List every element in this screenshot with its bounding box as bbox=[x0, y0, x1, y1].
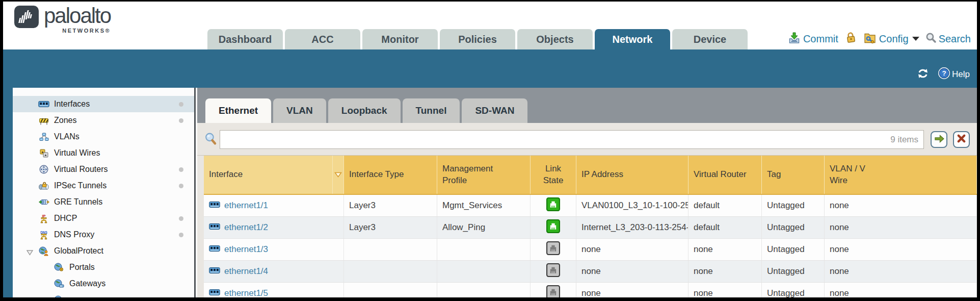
sidebar-item-virtual-routers[interactable]: Virtual Routers bbox=[13, 161, 194, 178]
tab-policies[interactable]: Policies bbox=[440, 29, 515, 49]
column-header-interface[interactable]: Interface bbox=[204, 156, 333, 194]
column-header-tag[interactable]: Tag bbox=[762, 156, 825, 194]
interface-icon bbox=[209, 200, 220, 211]
sidebar-item-globalprotect[interactable]: GlobalProtect bbox=[13, 243, 194, 259]
table-row[interactable]: ethernet1/3 none none Untagged none bbox=[204, 239, 977, 261]
sidebar-item-gre-tunnels[interactable]: GRE Tunnels bbox=[13, 194, 194, 210]
column-menu-button[interactable] bbox=[333, 156, 344, 194]
tab-monitor[interactable]: Monitor bbox=[362, 29, 438, 49]
cell-interface: ethernet1/1 bbox=[204, 195, 344, 216]
item-dot bbox=[179, 184, 183, 188]
cell-interface: ethernet1/4 bbox=[204, 261, 344, 282]
globe-icon bbox=[54, 295, 65, 297]
item-dot bbox=[179, 167, 183, 172]
sort-triangle-icon bbox=[334, 172, 342, 178]
table-row[interactable]: ethernet1/1 Layer3 Mgmt_Services VLAN010… bbox=[204, 195, 977, 217]
cell-link-state bbox=[531, 217, 576, 238]
refresh-icon[interactable] bbox=[917, 68, 929, 82]
sidebar-item-vlans[interactable]: VLANs bbox=[13, 129, 194, 145]
table-row[interactable]: ethernet1/4 none none Untagged none bbox=[204, 261, 977, 283]
interface-link[interactable]: ethernet1/1 bbox=[224, 200, 268, 211]
table-row[interactable]: ethernet1/2 Layer3 Allow_Ping Internet_L… bbox=[204, 217, 977, 239]
interface-type-tabs: Ethernet VLAN Loopback Tunnel SD-WAN bbox=[205, 98, 527, 123]
cell-vlan-wire: none bbox=[825, 239, 977, 260]
interfaces-icon bbox=[38, 99, 49, 109]
cell-virtual-router: none bbox=[688, 283, 762, 297]
tab-acc[interactable]: ACC bbox=[285, 29, 360, 49]
cell-tag: Untagged bbox=[762, 217, 825, 238]
sidebar-item-virtual-wires[interactable]: Virtual Wires bbox=[13, 145, 194, 161]
dns-proxy-icon: DNS bbox=[38, 230, 49, 239]
sidebar-item-clipped[interactable] bbox=[13, 292, 194, 297]
apply-filter-button[interactable] bbox=[931, 131, 947, 148]
table-header-row: Interface Interface Type Management Prof… bbox=[204, 156, 977, 195]
svg-text:DNS: DNS bbox=[40, 230, 47, 234]
cell-tag: Untagged bbox=[762, 195, 825, 216]
tab-objects[interactable]: Objects bbox=[517, 29, 593, 49]
column-header-management-profile[interactable]: Management Profile bbox=[437, 156, 531, 194]
sidebar-item-dhcp[interactable]: IP DHCP bbox=[13, 210, 194, 227]
filter-toolbar: 9 items bbox=[197, 123, 977, 156]
tab-device[interactable]: Device bbox=[672, 29, 748, 49]
tab-sdwan[interactable]: SD-WAN bbox=[462, 98, 527, 123]
gateways-icon bbox=[54, 279, 65, 288]
tab-dashboard[interactable]: Dashboard bbox=[207, 29, 283, 49]
commit-button[interactable]: Commit bbox=[788, 32, 838, 46]
column-header-interface-type[interactable]: Interface Type bbox=[344, 156, 437, 194]
tab-ethernet[interactable]: Ethernet bbox=[205, 98, 271, 123]
cell-vlan-wire: none bbox=[825, 217, 977, 238]
interface-link[interactable]: ethernet1/4 bbox=[224, 266, 268, 277]
collapse-triangle-icon[interactable] bbox=[27, 248, 33, 258]
tab-vlan[interactable]: VLAN bbox=[273, 98, 326, 123]
clear-filter-button[interactable] bbox=[953, 131, 970, 148]
column-header-link-state[interactable]: Link State bbox=[531, 156, 576, 194]
interface-icon bbox=[209, 244, 220, 255]
top-header: paloalto NETWORKS® Dashboard ACC Monitor… bbox=[3, 2, 977, 49]
tab-loopback[interactable]: Loopback bbox=[328, 98, 401, 123]
left-rail bbox=[3, 88, 13, 297]
cell-tag: Untagged bbox=[762, 261, 825, 282]
tab-tunnel[interactable]: Tunnel bbox=[403, 98, 460, 123]
items-count: 9 items bbox=[890, 135, 923, 145]
brand-tagline: NETWORKS® bbox=[62, 28, 111, 34]
svg-text:?: ? bbox=[942, 69, 946, 77]
help-button[interactable]: ? Help bbox=[938, 67, 970, 82]
sidebar-item-portals[interactable]: Portals bbox=[13, 259, 194, 275]
config-dropdown[interactable]: Config bbox=[863, 32, 919, 46]
column-header-ip-address[interactable]: IP Address bbox=[576, 156, 688, 194]
interface-icon bbox=[209, 222, 220, 233]
cell-interface-type: Layer3 bbox=[344, 217, 437, 238]
cell-tag: Untagged bbox=[762, 239, 825, 260]
cell-ip-address: none bbox=[576, 261, 688, 282]
interface-link[interactable]: ethernet1/5 bbox=[224, 288, 268, 297]
lock-icon[interactable] bbox=[844, 31, 857, 46]
cell-ip-address: VLAN0100_L3_10-1-100-254--24 bbox=[576, 195, 688, 216]
sidebar-item-zones[interactable]: Zones bbox=[13, 112, 194, 129]
search-action[interactable]: Search bbox=[925, 32, 971, 45]
interface-link[interactable]: ethernet1/2 bbox=[224, 222, 268, 233]
globalprotect-icon bbox=[38, 246, 49, 256]
filter-input[interactable]: 9 items bbox=[220, 130, 924, 149]
cell-virtual-router: none bbox=[688, 239, 762, 260]
item-dot bbox=[179, 118, 183, 123]
main-tab-bar: Dashboard ACC Monitor Policies Objects N… bbox=[207, 29, 748, 49]
interface-icon bbox=[209, 288, 220, 297]
gre-tunnels-icon bbox=[38, 197, 49, 207]
sidebar-item-dns-proxy[interactable]: DNS DNS Proxy bbox=[13, 227, 194, 243]
tab-network[interactable]: Network bbox=[595, 29, 670, 49]
main-content: Ethernet VLAN Loopback Tunnel SD-WAN 9 i… bbox=[197, 88, 977, 297]
red-x-icon bbox=[957, 134, 966, 145]
cell-link-state bbox=[531, 283, 576, 297]
app-surface: paloalto NETWORKS® Dashboard ACC Monitor… bbox=[3, 2, 977, 297]
column-header-virtual-router[interactable]: Virtual Router bbox=[688, 156, 762, 194]
column-header-vlan-wire[interactable]: VLAN / V Wire bbox=[825, 156, 977, 194]
cell-vlan-wire: none bbox=[825, 283, 977, 297]
sidebar-item-gateways[interactable]: Gateways bbox=[13, 275, 194, 292]
table-row[interactable]: ethernet1/5 none none Untagged none bbox=[204, 283, 977, 297]
interface-link[interactable]: ethernet1/3 bbox=[224, 244, 268, 255]
cell-vlan-wire: none bbox=[825, 195, 977, 216]
sidebar-item-interfaces[interactable]: Interfaces bbox=[13, 96, 194, 112]
item-dot bbox=[179, 233, 183, 237]
sidebar-item-ipsec-tunnels[interactable]: IPSec Tunnels bbox=[13, 178, 194, 194]
portals-icon bbox=[54, 263, 65, 272]
